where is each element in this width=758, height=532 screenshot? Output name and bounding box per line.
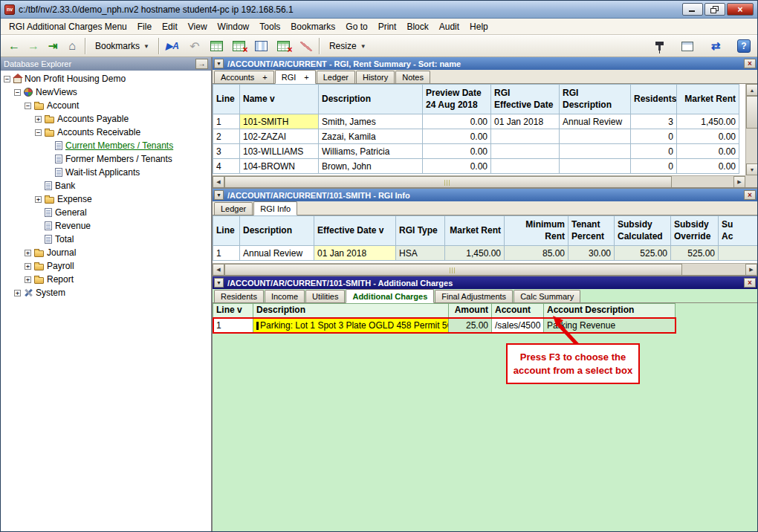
- menu-go-to[interactable]: Go to: [340, 20, 372, 33]
- cell[interactable]: Williams, Patricia: [319, 144, 423, 159]
- bookmarks-button[interactable]: Bookmarks ▼: [90, 39, 155, 53]
- cell[interactable]: 3: [631, 114, 677, 129]
- column-header-market-rent[interactable]: Market Rent: [677, 85, 739, 114]
- tree-item-report[interactable]: +Report: [1, 273, 211, 286]
- cell[interactable]: 101-SMITH: [240, 114, 319, 129]
- collapse-icon[interactable]: −: [14, 89, 21, 96]
- scrollbar-track[interactable]: [746, 129, 757, 163]
- resize-width-icon-button[interactable]: ⇄: [707, 37, 725, 55]
- tree-item-wait-list-applicants[interactable]: Wait-list Applicants: [1, 166, 211, 179]
- cell[interactable]: 25.00: [449, 318, 492, 333]
- cell[interactable]: [719, 246, 758, 261]
- menu-view[interactable]: View: [183, 20, 213, 33]
- pin-icon-button[interactable]: [650, 37, 668, 55]
- tree-item-expense[interactable]: +Expense: [1, 192, 211, 206]
- column-header-rgi-description[interactable]: RGI Description: [560, 85, 631, 114]
- tab-additional-charges[interactable]: Additional Charges: [346, 289, 434, 303]
- tree-item-former-members-tenants[interactable]: Former Members / Tenants: [1, 152, 211, 166]
- cell[interactable]: [491, 159, 560, 174]
- cell[interactable]: 104-BROWN: [240, 159, 319, 174]
- expand-icon[interactable]: +: [25, 250, 31, 256]
- delete-table-icon-button[interactable]: [230, 37, 248, 55]
- window-icon-button[interactable]: [678, 37, 696, 55]
- cell[interactable]: HSA: [396, 246, 445, 261]
- panel-close-button[interactable]: ×: [744, 59, 756, 68]
- scrollbar-thumb[interactable]: [224, 264, 682, 275]
- tree-item-total[interactable]: Total: [1, 233, 211, 246]
- scroll-up-button[interactable]: ▲: [746, 84, 757, 96]
- scrollbar-track[interactable]: [682, 264, 745, 275]
- cell[interactable]: 4: [213, 159, 240, 174]
- cell[interactable]: 1: [213, 114, 240, 129]
- collapse-icon[interactable]: −: [25, 103, 31, 109]
- cell[interactable]: 1,450.00: [445, 246, 505, 261]
- cell[interactable]: 1: [213, 246, 240, 261]
- column-header-description[interactable]: Description: [253, 304, 449, 318]
- horizontal-scrollbar[interactable]: ◀ ▶: [213, 263, 757, 275]
- tree-item-non-profit-housing-demo[interactable]: −Non Profit Housing Demo: [1, 72, 211, 85]
- scroll-right-button[interactable]: ▶: [745, 264, 757, 275]
- cell[interactable]: Annual Review: [560, 114, 631, 129]
- cell[interactable]: 01 Jan 2018: [491, 114, 560, 129]
- table-columns-icon-button[interactable]: [253, 37, 271, 55]
- strikeout-icon-button[interactable]: [297, 37, 315, 55]
- expand-icon[interactable]: +: [14, 290, 21, 296]
- tree-item-revenue[interactable]: Revenue: [1, 219, 211, 233]
- cell[interactable]: 1,450.00: [677, 114, 739, 129]
- tree-item-newviews[interactable]: −NewViews: [1, 85, 211, 99]
- column-header-rgi-effective-date[interactable]: RGI Effective Date: [491, 85, 560, 114]
- minimize-button[interactable]: [682, 3, 703, 16]
- tab-ledger[interactable]: Ledger: [317, 71, 355, 83]
- column-header-preview-date-24-aug-2018[interactable]: Preview Date 24 Aug 2018: [423, 85, 491, 114]
- column-header-subsidy-override[interactable]: Subsidy Override: [671, 216, 719, 246]
- delete-rows-icon-button[interactable]: [275, 37, 293, 55]
- cell[interactable]: 1: [213, 318, 253, 333]
- tree-item-system[interactable]: +System: [1, 286, 211, 299]
- tab-final-adjustments[interactable]: Final Adjustments: [435, 290, 513, 302]
- panel-menu-button[interactable]: ▼: [214, 59, 224, 68]
- cell[interactable]: [560, 159, 631, 174]
- expand-icon[interactable]: +: [35, 196, 42, 203]
- undo-icon-button[interactable]: ↶: [186, 37, 204, 55]
- tab-add-icon[interactable]: +: [262, 73, 267, 82]
- cell[interactable]: 3: [213, 144, 240, 159]
- panel-menu-button[interactable]: ▼: [214, 278, 224, 288]
- cell[interactable]: Parking: Lot 1 Spot 3 Plate OGLD 458 Per…: [253, 318, 449, 333]
- cell[interactable]: 85.00: [505, 246, 568, 261]
- cell[interactable]: 103-WILLIAMS: [240, 144, 319, 159]
- menu-help[interactable]: Help: [464, 20, 493, 33]
- cell[interactable]: 0.00: [423, 129, 491, 144]
- resize-button[interactable]: Resize ▼: [324, 39, 372, 53]
- column-header-market-rent[interactable]: Market Rent: [445, 216, 505, 246]
- tab-income[interactable]: Income: [265, 290, 305, 302]
- cell[interactable]: Brown, John: [319, 159, 423, 174]
- cell[interactable]: 102-ZAZAI: [240, 129, 319, 144]
- tab-accounts[interactable]: Accounts+: [214, 71, 274, 83]
- cell[interactable]: 0.00: [677, 144, 739, 159]
- menu-audit[interactable]: Audit: [434, 20, 464, 33]
- cell[interactable]: 0.00: [677, 159, 739, 174]
- tab-notes[interactable]: Notes: [395, 71, 430, 83]
- tab-ledger[interactable]: Ledger: [214, 202, 253, 215]
- help-icon-button[interactable]: ?: [735, 37, 753, 55]
- menu-rgi-additional-charges-menu[interactable]: RGI Additional Charges Menu: [4, 20, 132, 33]
- cell[interactable]: 525.00: [615, 246, 671, 261]
- cell[interactable]: 30.00: [568, 246, 615, 261]
- cell[interactable]: 0: [631, 129, 677, 144]
- column-header-tenant-percent[interactable]: Tenant Percent: [568, 216, 615, 246]
- column-header-effective-date-v[interactable]: Effective Date v: [314, 216, 396, 246]
- tab-history[interactable]: History: [356, 71, 395, 83]
- column-header-amount[interactable]: Amount: [449, 304, 492, 318]
- tree-item-payroll[interactable]: +Payroll: [1, 259, 211, 273]
- expand-icon[interactable]: +: [35, 116, 42, 123]
- cell[interactable]: Zazai, Kamila: [319, 129, 423, 144]
- cell[interactable]: Annual Review: [240, 246, 314, 261]
- cell[interactable]: 0: [631, 159, 677, 174]
- tab-add-icon[interactable]: +: [304, 73, 308, 82]
- cell[interactable]: 01 Jan 2018: [314, 246, 396, 261]
- cell[interactable]: /sales/4500: [492, 318, 544, 333]
- goto-last-icon-button[interactable]: ⇥: [44, 37, 62, 55]
- tab-rgi-info[interactable]: RGI Info: [253, 201, 297, 215]
- cell[interactable]: 0.00: [423, 114, 491, 129]
- cell[interactable]: 525.00: [671, 246, 719, 261]
